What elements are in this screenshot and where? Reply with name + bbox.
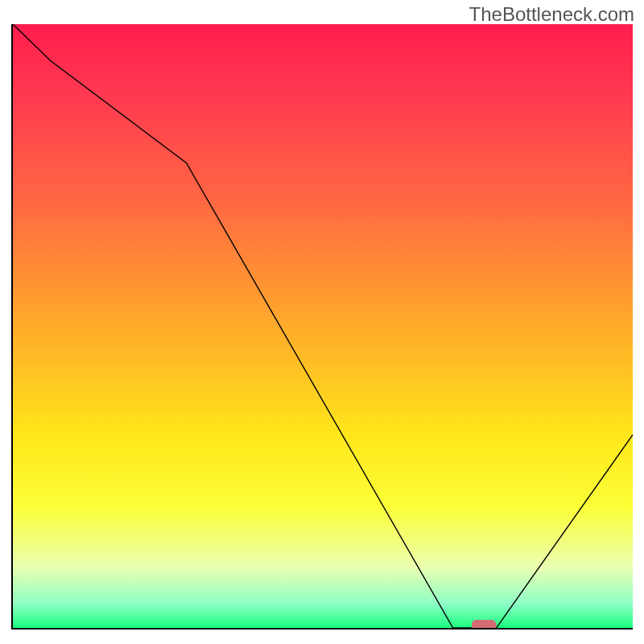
chart-plot-area	[11, 24, 633, 630]
watermark-text: TheBottleneck.com	[469, 3, 634, 26]
chart-optimum-marker	[13, 24, 633, 628]
svg-rect-0	[472, 620, 497, 628]
